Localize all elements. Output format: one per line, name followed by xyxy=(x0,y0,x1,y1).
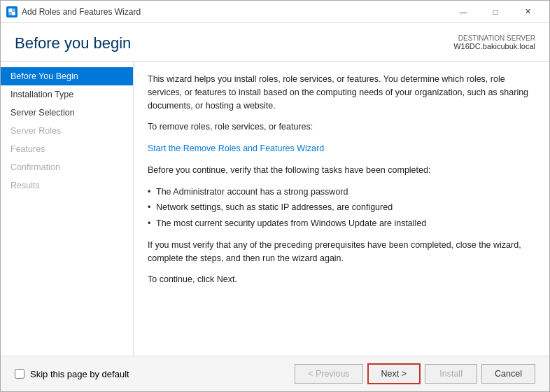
content-paragraph3: Before you continue, verify that the fol… xyxy=(148,164,535,177)
skip-checkbox[interactable] xyxy=(15,369,24,379)
content-paragraph4: If you must verify that any of the prece… xyxy=(148,239,535,265)
previous-button[interactable]: < Previous xyxy=(295,364,362,384)
destination-server-info: DESTINATION SERVER W16DC.bakicubuk.local xyxy=(453,34,535,50)
sidebar-item-results: Results xyxy=(1,176,133,195)
minimize-button[interactable]: — xyxy=(447,1,479,23)
remove-wizard-link[interactable]: Start the Remove Roles and Features Wiza… xyxy=(148,144,324,153)
page-title: Before you begin xyxy=(15,34,131,52)
skip-section: Skip this page by default xyxy=(15,369,295,379)
content-paragraph2-label: To remove roles, role services, or featu… xyxy=(148,120,535,134)
content-paragraph1: This wizard helps you install roles, rol… xyxy=(148,73,535,112)
maximize-button[interactable]: □ xyxy=(479,1,512,23)
svg-rect-2 xyxy=(12,8,15,12)
window-controls: — □ ✕ xyxy=(447,1,544,23)
sidebar-item-confirmation: Confirmation xyxy=(1,158,133,176)
bullet-item: Network settings, such as static IP addr… xyxy=(148,201,535,214)
main-window: Add Roles and Features Wizard — □ ✕ Befo… xyxy=(0,0,550,392)
svg-rect-3 xyxy=(8,12,12,15)
sidebar-item-server-selection[interactable]: Server Selection xyxy=(1,104,133,122)
cancel-button[interactable]: Cancel xyxy=(481,364,535,384)
skip-label[interactable]: Skip this page by default xyxy=(30,369,129,379)
sidebar-item-installation-type[interactable]: Installation Type xyxy=(1,85,133,104)
sidebar-item-features: Features xyxy=(1,140,133,158)
bullet-list: The Administrator account has a strong p… xyxy=(148,186,535,230)
destination-label: DESTINATION SERVER xyxy=(453,34,535,42)
window-title: Add Roles and Features Wizard xyxy=(22,7,447,17)
destination-server-name: W16DC.bakicubuk.local xyxy=(453,42,535,50)
app-icon xyxy=(6,6,17,18)
content-paragraph5: To continue, click Next. xyxy=(148,273,535,286)
main-content: This wizard helps you install roles, rol… xyxy=(134,62,549,356)
sidebar: Before You Begin Installation Type Serve… xyxy=(1,62,134,356)
install-button[interactable]: Install xyxy=(425,364,477,384)
main-body: Before You Begin Installation Type Serve… xyxy=(1,62,549,356)
sidebar-item-server-roles: Server Roles xyxy=(1,122,133,140)
content-area: Before you begin DESTINATION SERVER W16D… xyxy=(1,23,549,391)
footer-buttons: < Previous Next > Install Cancel xyxy=(295,363,535,384)
sidebar-item-before-you-begin[interactable]: Before You Begin xyxy=(1,67,133,85)
svg-rect-1 xyxy=(12,12,15,15)
next-button[interactable]: Next > xyxy=(367,363,421,384)
bullet-item: The Administrator account has a strong p… xyxy=(148,186,535,199)
title-bar: Add Roles and Features Wizard — □ ✕ xyxy=(1,1,549,23)
svg-rect-0 xyxy=(8,8,12,12)
page-header: Before you begin DESTINATION SERVER W16D… xyxy=(1,23,549,62)
close-button[interactable]: ✕ xyxy=(512,1,544,23)
footer: Skip this page by default < Previous Nex… xyxy=(1,356,549,391)
bullet-item: The most current security updates from W… xyxy=(148,217,535,230)
